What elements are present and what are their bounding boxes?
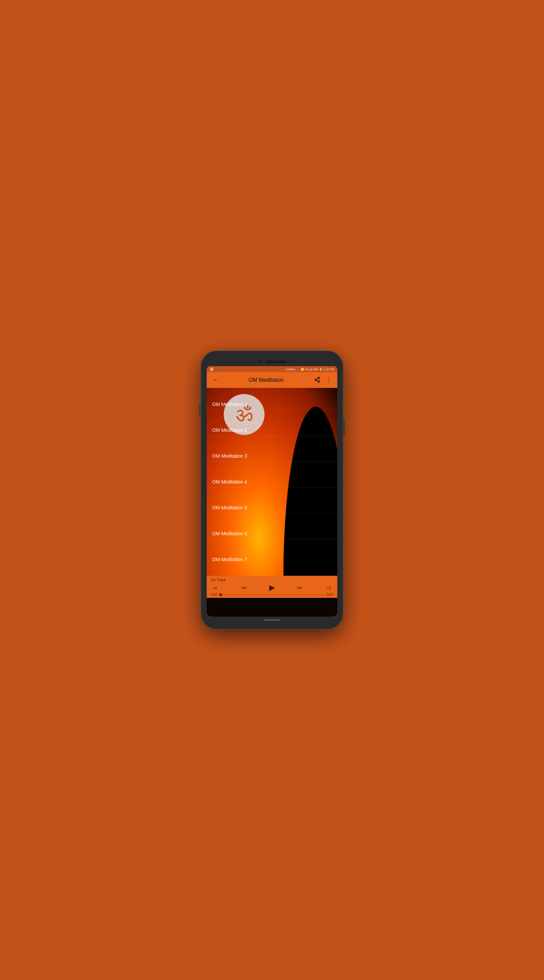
status-bar: 🖼 3.04M/s 🔇 📶 4G ||| 43% 🔋 1:42 PM [207,366,337,372]
track-list: OM Meditation 1 OM Meditation 2 OM Medit… [207,388,337,576]
svg-line-4 [316,378,318,379]
player-track-name: No Track [211,578,333,582]
network-speed: 3.04M/s [285,368,295,371]
list-item[interactable]: OM Meditation 2 [207,425,337,436]
list-item[interactable]: OM Meditation 7 [207,554,337,565]
home-indicator[interactable] [263,619,281,620]
shuffle-button[interactable]: ⇄ [211,584,219,592]
list-item[interactable]: OM Meditation 5 [207,502,337,514]
signal-icon: ||| [310,368,312,371]
list-item[interactable]: OM Meditation 6 [207,528,337,539]
player-time-row: 0:00 0:00 [211,593,333,597]
repeat-button[interactable]: ↺ [325,584,333,592]
status-right: 3.04M/s 🔇 📶 4G ||| 43% 🔋 1:42 PM [285,368,334,371]
phone-bottom [207,617,337,624]
hero-section: ॐ OM Meditation 1 OM Meditation 2 OM Med… [207,388,337,576]
battery-level: 43% [313,368,318,371]
data-icon: 4G [305,368,309,371]
wifi-icon: 📶 [301,368,304,371]
progress-dot [219,593,222,596]
clock: 1:42 PM [324,368,334,371]
svg-point-2 [318,381,320,382]
progress-bar[interactable] [219,595,324,595]
back-button[interactable]: ← [211,375,220,385]
list-item[interactable]: OM Meditation 3 [207,450,337,462]
play-button[interactable]: ▶ [269,583,275,592]
camera [257,360,262,364]
status-left: 🖼 [210,368,213,371]
time-total: 0:00 [327,593,333,597]
app-title: OM Meditation [220,377,313,383]
app-bar: ← OM Meditation ⋮ [207,372,337,388]
player-section: No Track ⇄ ⏮ ▶ ⏭ ↺ 0:00 0:00 [207,576,337,598]
svg-point-1 [315,379,317,380]
next-button[interactable]: ⏭ [295,584,305,592]
svg-point-0 [318,377,320,379]
phone-top [207,356,337,366]
previous-button[interactable]: ⏮ [239,584,249,592]
more-options-button[interactable]: ⋮ [324,375,333,385]
share-button[interactable] [313,375,322,385]
notification-icon: 🖼 [210,368,213,371]
time-current: 0:00 [211,593,217,597]
speaker [266,361,287,363]
player-controls: ⇄ ⏮ ▶ ⏭ ↺ [211,583,333,592]
svg-line-3 [316,380,318,381]
battery-icon: 🔋 [319,368,323,371]
phone-device: 🖼 3.04M/s 🔇 📶 4G ||| 43% 🔋 1:42 PM ← OM … [201,350,343,630]
power-button[interactable] [343,418,345,436]
bottom-thumbnail [207,598,337,617]
list-item[interactable]: OM Meditation 1 [207,399,337,410]
app-bar-actions: ⋮ [313,375,333,385]
volume-button[interactable] [199,405,201,415]
phone-screen: 🖼 3.04M/s 🔇 📶 4G ||| 43% 🔋 1:42 PM ← OM … [207,366,337,617]
content-area: ॐ OM Meditation 1 OM Meditation 2 OM Med… [207,388,337,617]
mute-icon: 🔇 [296,368,300,371]
list-item[interactable]: OM Meditation 4 [207,476,337,488]
